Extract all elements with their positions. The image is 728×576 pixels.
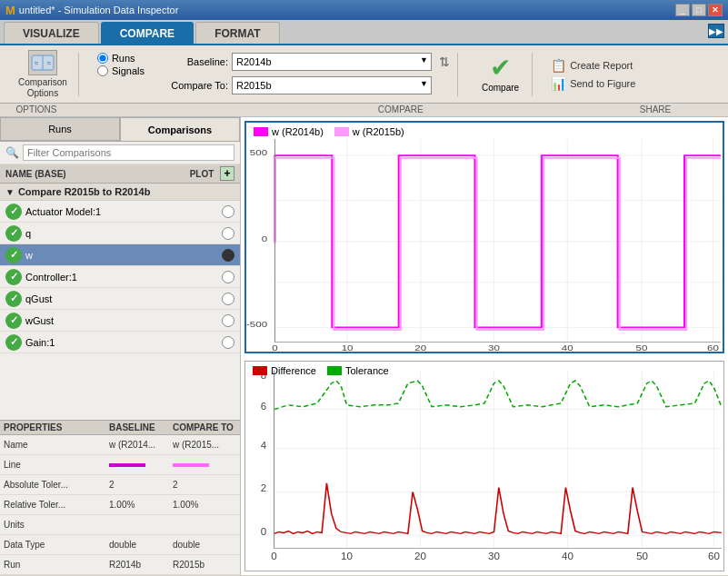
compare-to-dropdown-wrapper: R2015b bbox=[232, 76, 432, 94]
col-plot-header: PLOT bbox=[184, 169, 220, 179]
options-label: OPTIONS bbox=[0, 104, 73, 114]
prop-row-abs-tol: Absolute Toler... 2 2 bbox=[0, 475, 240, 495]
list-item[interactable]: ✓ Controller:1 bbox=[0, 266, 240, 288]
baseline-row: Baseline: R2014b ⇅ bbox=[163, 53, 450, 71]
lower-chart-svg: 0 2 4 6 8 0 10 20 3 bbox=[245, 362, 723, 571]
right-panel: w (R2014b) w (R2015b) 500 0 -500 bbox=[241, 117, 728, 575]
svg-text:0: 0 bbox=[262, 233, 267, 243]
tab-bar: VISUALIZE COMPARE FORMAT ▶▶ bbox=[0, 20, 728, 45]
check-icon: ✓ bbox=[5, 247, 22, 263]
plot-toggle[interactable] bbox=[222, 293, 234, 305]
lower-chart-area[interactable]: Difference Tolerance 0 2 4 6 8 bbox=[244, 361, 724, 571]
svg-text:≈: ≈ bbox=[35, 59, 39, 67]
create-report-button[interactable]: 📋 Create Report bbox=[551, 58, 635, 73]
send-to-figure-button[interactable]: 📊 Send to Figure bbox=[551, 76, 635, 91]
left-panel: Runs Comparisons 🔍 NAME (BASE) PLOT + ▼ … bbox=[0, 117, 241, 575]
title-bar: M untitled* - Simulation Data Inspector … bbox=[0, 0, 728, 20]
baseline-line-swatch bbox=[109, 463, 145, 467]
svg-text:4: 4 bbox=[261, 441, 266, 451]
share-buttons: 📋 Create Report 📊 Send to Figure bbox=[551, 58, 635, 91]
list-item[interactable]: ✓ Actuator Model:1 bbox=[0, 201, 240, 223]
legend-color-difference bbox=[253, 366, 267, 375]
close-button[interactable]: ✕ bbox=[708, 4, 723, 16]
options-section: ≈ ≈ ComparisonOptions bbox=[7, 53, 79, 96]
legend-color-r2015b bbox=[334, 127, 349, 136]
title-bar-controls[interactable]: _ □ ✕ bbox=[675, 4, 723, 16]
comparison-options-button[interactable]: ≈ ≈ ComparisonOptions bbox=[15, 48, 71, 101]
tab-compare[interactable]: COMPARE bbox=[101, 22, 194, 44]
svg-text:30: 30 bbox=[488, 551, 500, 561]
group-collapse-arrow: ▼ bbox=[5, 187, 15, 197]
runs-button[interactable]: Runs bbox=[0, 117, 120, 141]
plot-toggle[interactable] bbox=[222, 336, 234, 349]
plot-toggle[interactable] bbox=[222, 205, 234, 218]
prop-row-rel-tol: Relative Toler... 1.00% 1.00% bbox=[0, 495, 240, 515]
swap-icon[interactable]: ⇅ bbox=[439, 55, 450, 69]
list-items: ✓ Actuator Model:1 ✓ q ✓ w ✓ Controller:… bbox=[0, 201, 240, 420]
svg-text:40: 40 bbox=[562, 342, 573, 352]
upper-chart-area[interactable]: w (R2014b) w (R2015b) 500 0 -500 bbox=[244, 121, 724, 353]
legend-label-difference: Difference bbox=[271, 365, 316, 376]
legend-label-r2014b: w (R2014b) bbox=[272, 126, 324, 137]
legend-color-r2014b bbox=[254, 127, 268, 136]
prop-row-datatype: Data Type double double bbox=[0, 535, 240, 555]
tab-visualize[interactable]: VISUALIZE bbox=[4, 22, 99, 44]
plot-toggle[interactable] bbox=[222, 271, 234, 283]
collapse-toolbar-button[interactable]: ▶▶ bbox=[708, 24, 724, 38]
legend-color-tolerance bbox=[327, 366, 342, 375]
list-header: NAME (BASE) PLOT + bbox=[0, 164, 240, 184]
tab-format[interactable]: FORMAT bbox=[195, 22, 279, 44]
check-icon: ✓ bbox=[5, 334, 22, 351]
svg-text:50: 50 bbox=[636, 551, 648, 561]
legend-label-tolerance: Tolerance bbox=[345, 365, 389, 376]
properties-header: PROPERTIES BASELINE COMPARE TO bbox=[0, 421, 240, 435]
compare-button[interactable]: ✔ Compare bbox=[476, 54, 524, 94]
signals-radio[interactable] bbox=[97, 65, 108, 76]
list-item[interactable]: ✓ qGust bbox=[0, 288, 240, 310]
plot-toggle[interactable] bbox=[222, 314, 234, 327]
comparisons-button[interactable]: Comparisons bbox=[120, 117, 240, 141]
upper-chart-svg: 500 0 -500 0 10 20 30 bbox=[246, 123, 723, 352]
run-signal-radio-group: Runs Signals bbox=[97, 53, 145, 76]
list-item[interactable]: ✓ q bbox=[0, 223, 240, 244]
list-item[interactable]: ✓ Gain:1 bbox=[0, 332, 240, 353]
filter-comparisons-input[interactable] bbox=[23, 144, 234, 161]
runs-signals-section: Runs Signals bbox=[90, 53, 152, 96]
prop-row-run: Run R2014b R2015b bbox=[0, 555, 240, 575]
compare-to-dropdown[interactable]: R2015b bbox=[232, 76, 432, 94]
filter-row: 🔍 bbox=[0, 142, 240, 164]
runs-radio-item[interactable]: Runs bbox=[97, 53, 145, 64]
list-item[interactable]: ✓ wGust bbox=[0, 310, 240, 332]
app-icon: M bbox=[5, 4, 15, 17]
compare-line-swatch bbox=[173, 463, 209, 467]
list-item-selected[interactable]: ✓ w bbox=[0, 244, 240, 266]
plot-toggle-filled[interactable] bbox=[222, 249, 234, 262]
runs-comparisons-bar: Runs Comparisons bbox=[0, 117, 240, 142]
legend-item-tolerance: Tolerance bbox=[327, 365, 389, 376]
add-comparison-button[interactable]: + bbox=[220, 166, 234, 181]
prop-row-name: Name w (R2014... w (R2015... bbox=[0, 435, 240, 455]
baseline-dropdown[interactable]: R2014b bbox=[232, 53, 432, 71]
compare-group-header[interactable]: ▼ Compare R2015b to R2014b bbox=[0, 184, 240, 201]
toolbar-labels: OPTIONS COMPARE SHARE bbox=[0, 104, 728, 117]
svg-text:60: 60 bbox=[707, 342, 719, 352]
prop-row-line: Line bbox=[0, 455, 240, 475]
compare-section-label: COMPARE bbox=[292, 104, 511, 114]
main-content: Runs Comparisons 🔍 NAME (BASE) PLOT + ▼ … bbox=[0, 117, 728, 575]
maximize-button[interactable]: □ bbox=[692, 4, 706, 16]
minimize-button[interactable]: _ bbox=[675, 4, 690, 16]
figure-icon: 📊 bbox=[551, 76, 566, 91]
runs-radio[interactable] bbox=[97, 53, 108, 64]
report-icon: 📋 bbox=[551, 58, 566, 73]
group-header-label: Compare R2015b to R2014b bbox=[18, 186, 151, 197]
baseline-dropdown-wrapper: R2014b bbox=[232, 53, 432, 71]
prop-row-units: Units bbox=[0, 515, 240, 535]
svg-text:50: 50 bbox=[636, 342, 648, 352]
svg-text:0: 0 bbox=[261, 527, 266, 537]
legend-item-difference: Difference bbox=[253, 365, 316, 376]
signals-radio-item[interactable]: Signals bbox=[97, 65, 145, 76]
plot-toggle[interactable] bbox=[222, 227, 234, 240]
share-section-label: SHARE bbox=[583, 104, 728, 114]
share-section: 📋 Create Report 📊 Send to Figure bbox=[544, 53, 643, 96]
check-icon: ✓ bbox=[5, 225, 22, 242]
